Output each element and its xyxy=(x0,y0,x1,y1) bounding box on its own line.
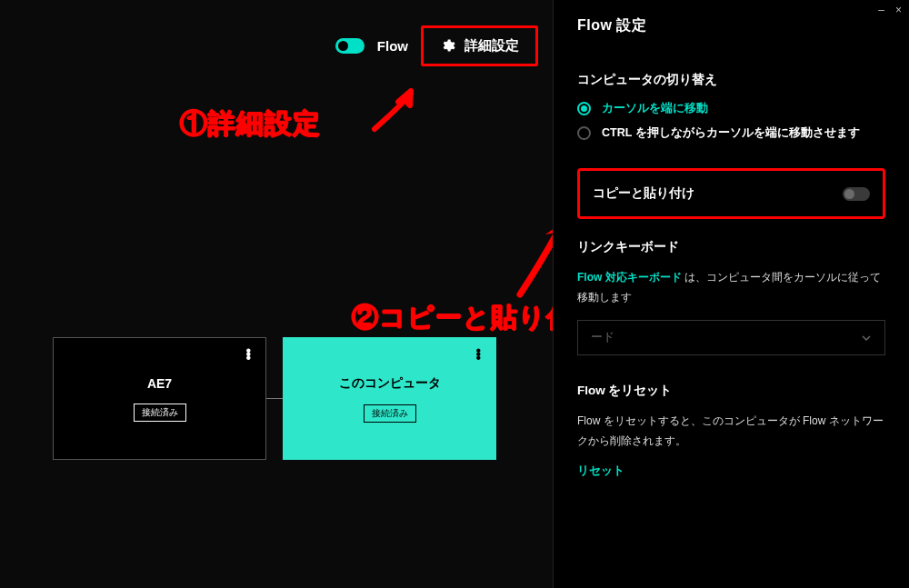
kebab-icon[interactable]: ••• xyxy=(245,349,251,360)
radio-option-ctrl[interactable]: CTRL を押しながらカーソルを端に移動させます xyxy=(577,125,885,141)
radio-icon xyxy=(577,126,591,140)
reset-button[interactable]: リセット xyxy=(577,463,624,479)
select-value: ード xyxy=(591,330,614,345)
copy-paste-toggle[interactable] xyxy=(843,187,870,201)
reset-description: Flow をリセットすると、このコンピュータが Flow ネットワークから削除さ… xyxy=(577,412,885,451)
radio-icon xyxy=(577,102,591,115)
flow-label: Flow xyxy=(377,38,408,54)
chevron-down-icon xyxy=(861,333,872,344)
section-heading-copy: コピーと貼り付け xyxy=(593,185,694,202)
computer-card-local[interactable]: ••• このコンピュータ 接続済み xyxy=(283,337,496,460)
status-badge: 接続済み xyxy=(134,404,186,422)
computer-card-remote[interactable]: ••• AE7 接続済み xyxy=(53,337,266,460)
kebab-icon[interactable]: ••• xyxy=(475,349,481,360)
advanced-settings-button[interactable]: 詳細設定 xyxy=(421,25,538,66)
gear-icon xyxy=(440,38,455,54)
copy-paste-section: コピーと貼り付け xyxy=(577,168,885,219)
section-heading-switch: コンピュータの切り替え xyxy=(577,72,885,88)
radio-option-edge[interactable]: カーソルを端に移動 xyxy=(577,101,885,116)
keyboard-description: Flow 対応キーボード は、コンピュータ間をカーソルに従って移動します xyxy=(577,268,885,307)
computer-name: AE7 xyxy=(147,376,172,391)
radio-label: CTRL を押しながらカーソルを端に移動させます xyxy=(602,125,860,141)
flow-toggle[interactable] xyxy=(335,38,365,54)
status-badge: 接続済み xyxy=(364,404,416,423)
annotation-1: ①詳細設定 xyxy=(180,105,321,143)
section-heading-keyboard: リンクキーボード xyxy=(577,239,885,255)
annotation-arrow-1 xyxy=(367,84,431,142)
keyboard-select[interactable]: ード xyxy=(577,320,885,355)
minimize-button[interactable]: – xyxy=(878,4,884,16)
advanced-settings-label: 詳細設定 xyxy=(464,37,519,55)
panel-title: Flow 設定 xyxy=(577,16,885,35)
radio-label: カーソルを端に移動 xyxy=(602,101,708,116)
connection-line xyxy=(266,398,283,399)
section-heading-reset: Flow をリセット xyxy=(577,383,885,399)
computer-name: このコンピュータ xyxy=(339,375,441,392)
close-button[interactable]: × xyxy=(895,4,902,16)
